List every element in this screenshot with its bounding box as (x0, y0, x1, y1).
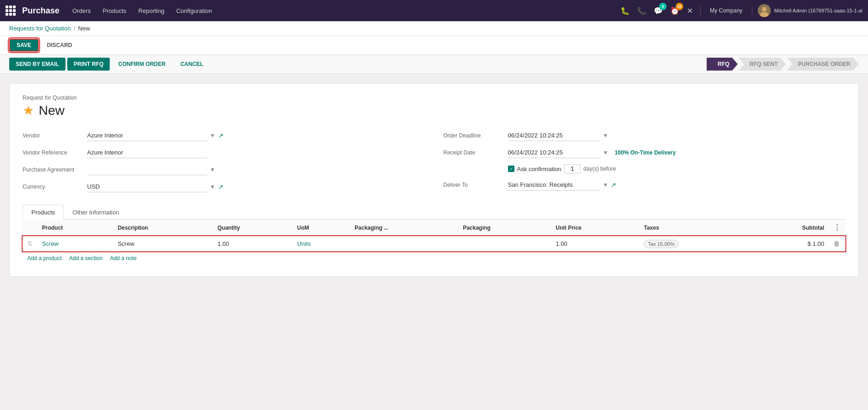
col-uom: UoM (292, 220, 350, 236)
currency-label: Currency (23, 184, 87, 190)
vendor-input[interactable] (87, 130, 207, 141)
separator (700, 6, 701, 15)
col-taxes: Taxes (639, 220, 750, 236)
form-header: Request for Quotation ★ New (23, 95, 845, 118)
vendor-external-link-icon[interactable]: ↗ (218, 132, 224, 139)
pipeline-step-rfq[interactable]: RFQ (707, 58, 738, 71)
delete-icon[interactable]: 🗑 (833, 240, 840, 247)
form-fields-right: Order Deadline ▼ Receipt Date ▼ 100% On-… (443, 127, 846, 196)
row-quantity[interactable]: 1.00 (213, 236, 293, 251)
vendor-dropdown-icon[interactable]: ▼ (210, 132, 215, 139)
vendor-reference-input[interactable] (87, 147, 207, 158)
form-fields-grid: Vendor ▼ ↗ Vendor Reference Purc (23, 127, 845, 196)
currency-dropdown-icon[interactable]: ▼ (210, 184, 215, 190)
products-table: Product Description Quantity UoM Packagi… (23, 220, 845, 251)
menu-orders[interactable]: Orders (67, 6, 96, 16)
row-product[interactable]: Screw (37, 236, 113, 251)
order-deadline-value: ▼ (508, 130, 846, 141)
col-packaging: Packaging (458, 220, 551, 236)
purchase-agreement-dropdown-icon[interactable]: ▼ (210, 166, 215, 173)
on-time-delivery-label: 100% On-Time Delivery (614, 149, 676, 156)
purchase-agreement-row: Purchase Agreement ▼ (23, 161, 425, 178)
deliver-to-dropdown-icon[interactable]: ▼ (603, 182, 608, 188)
vendor-value: ▼ ↗ (87, 130, 425, 141)
receipt-date-label: Receipt Date (443, 149, 508, 156)
user-name[interactable]: Mitchell Admin (16789751-saas-15-1-al (774, 8, 862, 13)
menu-products[interactable]: Products (97, 6, 132, 16)
row-packaging[interactable] (458, 236, 551, 251)
breadcrumb-parent[interactable]: Requests for Quotation (9, 25, 71, 32)
vendor-reference-value (87, 147, 425, 158)
currency-value: ▼ ↗ (87, 181, 425, 192)
clock-icon[interactable]: ⏰ 35 (668, 5, 681, 17)
breadcrumb-separator: / (74, 25, 76, 32)
add-note-link[interactable]: Add a note (110, 255, 136, 261)
order-deadline-label: Order Deadline (443, 132, 508, 139)
deliver-to-input[interactable] (508, 179, 600, 190)
tabs-bar: Products Other Information (23, 205, 845, 220)
deliver-to-value: ▼ ↗ (508, 179, 846, 190)
breadcrumb-current: New (78, 25, 90, 32)
order-deadline-input[interactable] (508, 130, 600, 141)
deliver-to-external-link-icon[interactable]: ↗ (611, 181, 616, 189)
currency-row: Currency ▼ ↗ (23, 178, 425, 196)
currency-external-link-icon[interactable]: ↗ (218, 183, 224, 190)
add-product-link[interactable]: Add a product (27, 255, 62, 261)
deliver-to-row: Deliver To ▼ ↗ (443, 177, 846, 194)
table-row[interactable]: ⇅ Screw Screw 1.00 Units 1.00 Tax 15.00%… (23, 236, 845, 251)
vendor-row: Vendor ▼ ↗ (23, 127, 425, 144)
pipeline-step-purchase-order[interactable]: PURCHASE ORDER (787, 58, 859, 71)
col-packaging-qty: Packaging ... (350, 220, 458, 236)
vendor-reference-row: Vendor Reference (23, 144, 425, 161)
pipeline: RFQ RFQ SENT PURCHASE ORDER (707, 58, 859, 71)
purchase-agreement-input[interactable] (87, 164, 207, 175)
tab-products[interactable]: Products (23, 205, 64, 220)
row-packaging-qty[interactable] (350, 236, 458, 251)
receipt-date-dropdown-icon[interactable]: ▼ (603, 149, 608, 156)
chat-icon[interactable]: 💬 5 (652, 5, 665, 17)
form-fields-left: Vendor ▼ ↗ Vendor Reference Purc (23, 127, 425, 196)
col-unit-price: Unit Price (551, 220, 639, 236)
app-logo[interactable]: Purchase (6, 6, 59, 16)
col-product: Product (37, 220, 113, 236)
row-unit-price[interactable]: 1.00 (551, 236, 639, 251)
days-before-label: day(s) before (584, 166, 616, 172)
col-actions: ⋮ (829, 220, 845, 236)
row-delete[interactable]: 🗑 (829, 236, 845, 251)
avatar[interactable] (758, 4, 771, 17)
send-email-button[interactable]: SEND BY EMAIL (9, 58, 65, 71)
menu-configuration[interactable]: Configuration (171, 6, 217, 16)
add-section-link[interactable]: Add a section (69, 255, 103, 261)
row-description[interactable]: Screw (113, 236, 213, 251)
clock-badge: 35 (676, 3, 683, 10)
receipt-date-input[interactable] (508, 147, 600, 158)
column-menu-icon[interactable]: ⋮ (833, 224, 841, 232)
confirm-order-button[interactable]: CONFIRM ORDER (112, 58, 172, 71)
grid-icon[interactable] (6, 6, 16, 16)
cancel-button[interactable]: CANCEL (174, 58, 210, 71)
row-drag-handle[interactable]: ⇅ (23, 236, 37, 251)
row-uom[interactable]: Units (292, 236, 350, 251)
pipeline-step-rfq-sent[interactable]: RFQ SENT (738, 58, 786, 71)
receipt-date-value: ▼ 100% On-Time Delivery (508, 147, 846, 158)
close-icon[interactable]: ✕ (685, 5, 695, 17)
tab-other-information[interactable]: Other Information (64, 205, 128, 220)
save-button[interactable]: SAVE (9, 39, 39, 52)
menu-reporting[interactable]: Reporting (133, 6, 170, 16)
discard-button[interactable]: DISCARD (42, 40, 77, 51)
currency-input[interactable] (87, 181, 207, 192)
phone-icon[interactable]: 📞 (635, 5, 648, 17)
top-menu: Orders Products Reporting Configuration (67, 6, 617, 16)
ask-confirmation-checkbox[interactable] (508, 166, 514, 172)
row-taxes[interactable]: Tax 15.00% (639, 236, 750, 251)
breadcrumb: Requests for Quotation / New (0, 21, 868, 36)
form-title: ★ New (23, 103, 845, 118)
order-deadline-dropdown-icon[interactable]: ▼ (603, 132, 608, 139)
bug-icon[interactable]: 🐛 (619, 5, 632, 17)
print-rfq-button[interactable]: PRINT RFQ (67, 58, 110, 71)
topnav-right: 🐛 📞 💬 5 ⏰ 35 ✕ My Company Mitchell Admin… (619, 4, 862, 17)
favorite-star-icon[interactable]: ★ (23, 103, 34, 118)
col-quantity: Quantity (213, 220, 293, 236)
confirmation-days-input[interactable] (564, 164, 581, 173)
company-name[interactable]: My Company (710, 7, 743, 14)
